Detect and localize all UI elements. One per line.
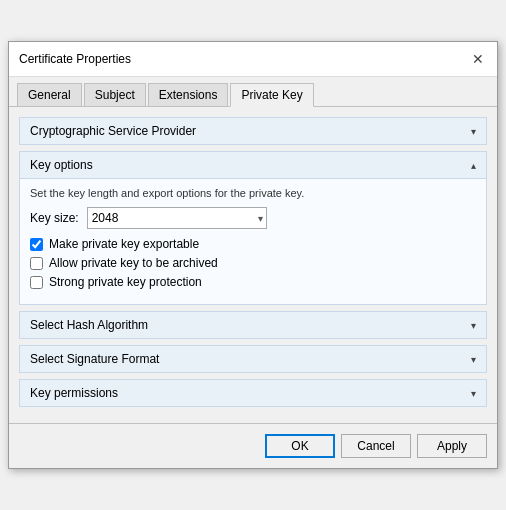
section-signature-format-header[interactable]: Select Signature Format ▾: [20, 346, 486, 372]
key-options-body: Set the key length and export options fo…: [20, 178, 486, 304]
section-key-permissions: Key permissions ▾: [19, 379, 487, 407]
title-bar: Certificate Properties ✕: [9, 42, 497, 77]
section-key-permissions-header[interactable]: Key permissions ▾: [20, 380, 486, 406]
checkbox-exportable-label[interactable]: Make private key exportable: [49, 237, 199, 251]
chevron-down-icon: ▾: [471, 354, 476, 365]
section-csp: Cryptographic Service Provider ▾: [19, 117, 487, 145]
section-hash-algorithm-header[interactable]: Select Hash Algorithm ▾: [20, 312, 486, 338]
key-size-row: Key size: 512 1024 2048 4096: [30, 207, 476, 229]
checkbox-protection[interactable]: [30, 276, 43, 289]
tab-content: Cryptographic Service Provider ▾ Key opt…: [9, 107, 497, 423]
ok-button[interactable]: OK: [265, 434, 335, 458]
checkbox-archive-label[interactable]: Allow private key to be archived: [49, 256, 218, 270]
section-key-options: Key options ▴ Set the key length and exp…: [19, 151, 487, 305]
chevron-down-icon: ▾: [471, 320, 476, 331]
section-key-options-header[interactable]: Key options ▴: [20, 152, 486, 178]
section-signature-format-label: Select Signature Format: [30, 352, 159, 366]
key-size-select-wrapper: 512 1024 2048 4096: [87, 207, 267, 229]
tab-bar: General Subject Extensions Private Key: [9, 77, 497, 107]
section-csp-label: Cryptographic Service Provider: [30, 124, 196, 138]
apply-button[interactable]: Apply: [417, 434, 487, 458]
dialog-window: Certificate Properties ✕ General Subject…: [8, 41, 498, 469]
checkbox-archive-row: Allow private key to be archived: [30, 256, 476, 270]
section-hash-algorithm: Select Hash Algorithm ▾: [19, 311, 487, 339]
checkbox-exportable[interactable]: [30, 238, 43, 251]
tab-subject[interactable]: Subject: [84, 83, 146, 106]
checkbox-protection-row: Strong private key protection: [30, 275, 476, 289]
chevron-down-icon: ▾: [471, 388, 476, 399]
section-signature-format: Select Signature Format ▾: [19, 345, 487, 373]
tab-private-key[interactable]: Private Key: [230, 83, 313, 107]
checkbox-archive[interactable]: [30, 257, 43, 270]
close-button[interactable]: ✕: [469, 50, 487, 68]
key-size-label: Key size:: [30, 211, 79, 225]
section-key-permissions-label: Key permissions: [30, 386, 118, 400]
tab-general[interactable]: General: [17, 83, 82, 106]
dialog-footer: OK Cancel Apply: [9, 423, 497, 468]
checkbox-exportable-row: Make private key exportable: [30, 237, 476, 251]
section-key-options-label: Key options: [30, 158, 93, 172]
dialog-title: Certificate Properties: [19, 52, 131, 66]
key-options-description: Set the key length and export options fo…: [30, 187, 476, 199]
checkbox-protection-label[interactable]: Strong private key protection: [49, 275, 202, 289]
section-hash-algorithm-label: Select Hash Algorithm: [30, 318, 148, 332]
tab-extensions[interactable]: Extensions: [148, 83, 229, 106]
close-icon: ✕: [472, 51, 484, 67]
key-size-select[interactable]: 512 1024 2048 4096: [87, 207, 267, 229]
chevron-up-icon: ▴: [471, 160, 476, 171]
cancel-button[interactable]: Cancel: [341, 434, 411, 458]
chevron-down-icon: ▾: [471, 126, 476, 137]
section-csp-header[interactable]: Cryptographic Service Provider ▾: [20, 118, 486, 144]
